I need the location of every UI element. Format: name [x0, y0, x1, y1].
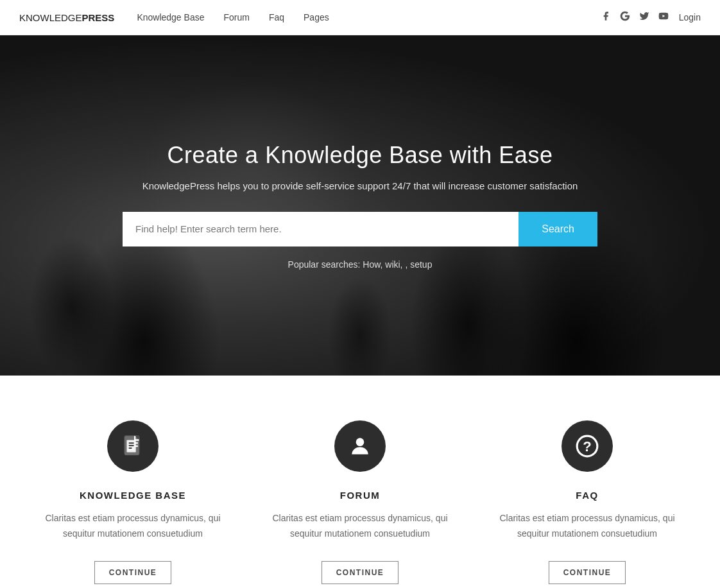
knowledge-base-continue-button[interactable]: CONTINUE: [94, 561, 172, 584]
forum-title: FORUM: [266, 490, 454, 501]
youtube-icon[interactable]: [658, 11, 669, 24]
search-input[interactable]: [123, 212, 519, 246]
google-plus-icon[interactable]: [620, 11, 630, 24]
social-icons: [601, 11, 669, 24]
faq-icon-wrap: ?: [561, 420, 613, 472]
person-icon: [348, 434, 372, 458]
nav-link-pages[interactable]: Pages: [304, 12, 329, 22]
cards-section: KNOWLEDGE BASE Claritas est etiam proces…: [0, 376, 720, 588]
navbar-left: KNOWLEDGEPRESS Knowledge Base Forum Faq …: [19, 12, 329, 23]
faq-continue-button[interactable]: CONTINUE: [549, 561, 626, 584]
svg-point-9: [356, 438, 364, 446]
nav-link-knowledge-base[interactable]: Knowledge Base: [137, 12, 204, 22]
navbar: KNOWLEDGEPRESS Knowledge Base Forum Faq …: [0, 0, 720, 35]
facebook-icon[interactable]: [601, 11, 611, 24]
card-knowledge-base: KNOWLEDGE BASE Claritas est etiam proces…: [19, 420, 246, 584]
forum-continue-button[interactable]: CONTINUE: [321, 561, 399, 584]
forum-desc: Claritas est etiam processus dynamicus, …: [266, 511, 454, 542]
card-forum: FORUM Claritas est etiam processus dynam…: [246, 420, 474, 584]
nav-links: Knowledge Base Forum Faq Pages: [137, 12, 329, 22]
svg-text:?: ?: [583, 438, 592, 454]
popular-searches: Popular searches: How, wiki, , setup: [123, 259, 597, 270]
question-icon: ?: [575, 434, 599, 458]
logo-part1: KNOWLEDGE: [19, 12, 82, 23]
logo-part2: PRESS: [82, 12, 115, 23]
hero-section: Create a Knowledge Base with Ease Knowle…: [0, 35, 720, 376]
login-button[interactable]: Login: [679, 12, 701, 22]
hero-content: Create a Knowledge Base with Ease Knowle…: [110, 142, 610, 270]
faq-desc: Claritas est etiam processus dynamicus, …: [493, 511, 681, 542]
document-icon: [121, 434, 145, 458]
hero-title: Create a Knowledge Base with Ease: [123, 142, 597, 169]
logo[interactable]: KNOWLEDGEPRESS: [19, 12, 114, 23]
faq-title: FAQ: [493, 490, 681, 501]
twitter-icon[interactable]: [639, 11, 649, 24]
search-bar: Search: [123, 212, 597, 246]
navbar-right: Login: [601, 11, 701, 24]
knowledge-base-title: KNOWLEDGE BASE: [39, 490, 227, 501]
nav-link-forum[interactable]: Forum: [223, 12, 249, 22]
search-button[interactable]: Search: [519, 212, 597, 246]
forum-icon-wrap: [334, 420, 386, 472]
card-faq: ? FAQ Claritas est etiam processus dynam…: [474, 420, 701, 584]
nav-link-faq[interactable]: Faq: [269, 12, 284, 22]
hero-subtitle: KnowledgePress helps you to provide self…: [123, 180, 597, 191]
knowledge-base-desc: Claritas est etiam processus dynamicus, …: [39, 511, 227, 542]
knowledge-base-icon-wrap: [107, 420, 159, 472]
